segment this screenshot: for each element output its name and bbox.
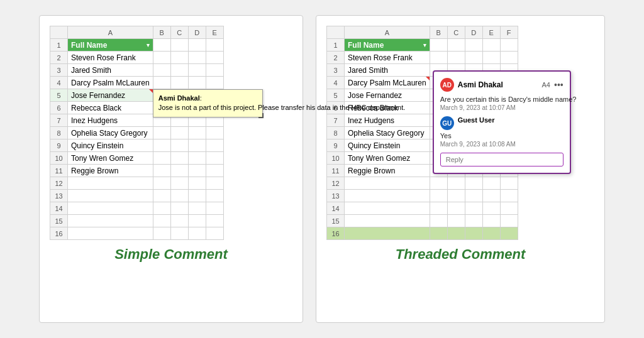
col-header-a: A [68,26,153,39]
left-panel: A B C D E 1 Full Name ▾ [39,15,303,323]
table-row: 2 Steven Rose Frank [50,52,224,64]
thread-cell-ref: A4 [542,81,550,89]
r-cell-a2: Steven Rose Frank [345,52,430,64]
cell-b2 [153,52,170,64]
table-row: 10 Tony Wren Gomez [50,152,224,165]
reply-input[interactable] [440,153,564,166]
cell-d1 [188,39,206,52]
thread-avatar-gu: GU [440,116,454,130]
thread-header: AD Asmi Dhakal A4 ••• [440,78,564,92]
r-cell-a5: Jose Fernandez [345,89,430,102]
thread-title-area: AD Asmi Dhakal [440,78,503,92]
col-header-rd: D [465,26,482,39]
r-cell-a4: Darcy Psalm McLauren AD Asmi Dhakal A4 [345,77,430,89]
r-cell-a11: Reggie Brown [345,165,430,177]
table-row: 4 Darcy Psalm McLauren [50,77,224,89]
thread-msg-text-2: Yes [440,132,564,139]
thread-message-2: GU Guest User Yes March 9, 2023 at 10:08… [440,116,564,148]
row-num: 2 [50,52,68,64]
table-row: 1 Full Name ▾ [327,39,518,52]
r-cell-a9: Quincy Einstein [345,139,430,152]
r-comment-indicator [426,77,430,80]
header-cell: Full Name ▾ [68,39,153,52]
thread-msg-time-2: March 9, 2023 at 10:08 AM [440,141,564,148]
threaded-comment-popup: AD Asmi Dhakal A4 ••• Are you cert [433,70,571,174]
r-header-text: Full Name [348,41,384,50]
table-row: 11 Reggie Brown [50,165,224,177]
col-header-d: D [188,26,206,39]
comment-text: Jose is not a part of this project. Plea… [158,104,406,111]
cell-e1 [206,39,223,52]
col-header-ra: A [345,26,430,39]
thread-options-icon[interactable]: ••• [554,80,564,90]
cell-a3: Jared Smith [68,64,153,77]
r-dropdown-icon: ▾ [423,42,426,48]
comment-author: Asmi Dhakal [158,94,200,102]
r-cell-a3: Jared Smith [345,64,430,77]
row-num: 1 [50,39,68,52]
col-header-re: E [482,26,500,39]
col-header-rc: C [447,26,465,39]
cell-a9: Quincy Einstein [68,139,153,152]
col-header-rf: F [500,26,518,39]
threaded-comment-spreadsheet: A B C D E F 1 Full Name ▾ [326,26,518,240]
col-header-rb: B [430,26,447,39]
r-cell-a7: Inez Hudgens [345,114,430,127]
cell-a10: Tony Wren Gomez [68,152,153,165]
simple-comment-spreadsheet: A B C D E 1 Full Name ▾ [50,26,224,240]
row-num: 7 [50,114,68,127]
corner-header [50,26,68,39]
r-cell-a10: Tony Wren Gomez [345,152,430,165]
thread-msg-time-1: March 9, 2023 at 10:07 AM [440,104,564,111]
table-row: 15 [50,215,224,227]
comment-handle [258,113,264,118]
row-num: 8 [50,127,68,139]
table-row: 1 Full Name ▾ [50,39,224,52]
thread-message-1: Are you certain this is Darcy's middle n… [440,95,564,111]
corner-header-r [327,26,345,39]
table-row: 14 [50,202,224,215]
table-row: 16 [327,227,518,240]
row-num: 4 [50,77,68,89]
row-num: 5 [50,89,68,102]
header-text: Full Name [71,41,107,50]
row-num: 3 [50,64,68,77]
table-row: 12 [50,177,224,190]
table-row: 16 [50,227,224,240]
right-panel-label: Threaded Comment [396,246,526,263]
col-header-e: E [206,26,223,39]
table-row: 12 [327,177,518,190]
cell-a4: Darcy Psalm McLauren [68,77,153,89]
table-row: 4 Darcy Psalm McLauren AD Asmi Dhakal [327,77,518,89]
right-panel: A B C D E F 1 Full Name ▾ [316,15,605,323]
cell-a2: Steven Rose Frank [68,52,153,64]
row-num: 9 [50,139,68,152]
left-panel-label: Simple Comment [114,246,228,263]
cell-a8: Ophelia Stacy Gregory [68,127,153,139]
thread-avatar-ad: AD [440,78,454,92]
dropdown-icon: ▾ [147,42,150,48]
thread-first-author: Asmi Dhakal [458,80,503,89]
table-row: 13 [50,190,224,202]
table-row: 2 Steven Rose Frank [327,52,518,64]
table-row: 3 Jared Smith [50,64,224,77]
table-row: 9 Quincy Einstein [50,139,224,152]
cell-a11: Reggie Brown [68,165,153,177]
table-row: 5 Jose Fernandez Asmi Dhakal: Jose is no… [50,89,224,102]
row-num: 6 [50,102,68,114]
cell-a5: Jose Fernandez Asmi Dhakal: Jose is not … [68,89,153,102]
cell-c1 [170,39,188,52]
r-header-cell: Full Name ▾ [345,39,430,52]
cell-b1 [153,39,170,52]
table-row: 8 Ophelia Stacy Gregory [50,127,224,139]
cell-a6: Rebecca Black [68,102,153,114]
table-row: 15 [327,215,518,227]
row-num: 10 [50,152,68,165]
row-num: 11 [50,165,68,177]
col-header-b: B [153,26,170,39]
table-row: 13 [327,190,518,202]
thread-msg-text-1: Are you certain this is Darcy's middle n… [440,95,564,103]
simple-comment-popup: Asmi Dhakal: Jose is not a part of this … [153,89,263,117]
col-header-c: C [170,26,188,39]
cell-a7: Inez Hudgens [68,114,153,127]
